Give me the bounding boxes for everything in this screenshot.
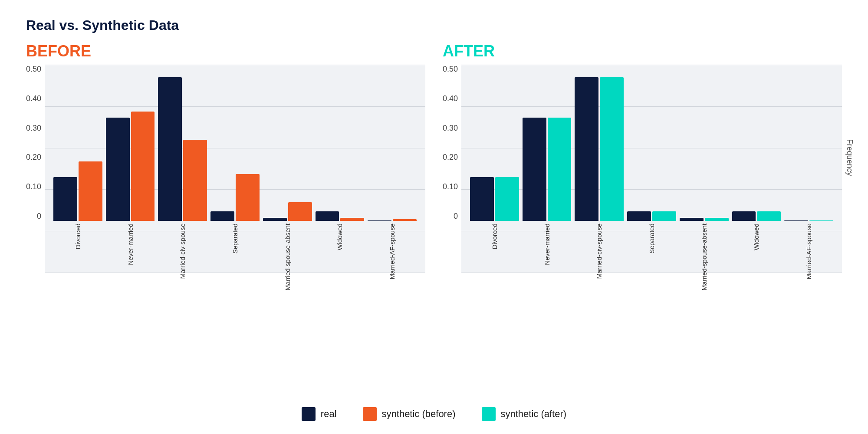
charts-row: BEFORE 0.500.400.300.200.100 Divorc <box>26 42 842 394</box>
x-label-text: Married-spouse-absent <box>700 224 708 290</box>
bar-synthetic <box>757 211 781 221</box>
bar-group <box>680 218 729 221</box>
x-label-text: Married-AF-spouse <box>805 224 812 279</box>
y-axis-label: 0.30 <box>26 124 41 133</box>
x-label-text: Never-married <box>543 224 551 265</box>
bar-synthetic <box>600 77 624 221</box>
before-chart-container: BEFORE 0.500.400.300.200.100 Divorc <box>26 42 425 273</box>
legend-before-label: synthetic (before) <box>382 408 456 420</box>
legend-before: synthetic (before) <box>363 407 456 421</box>
bar-real <box>53 177 77 221</box>
legend-after: synthetic (after) <box>482 407 567 421</box>
x-label-item: Married-AF-spouse <box>784 221 833 273</box>
y-axis-label: 0.30 <box>443 124 458 133</box>
x-label-item: Never-married <box>523 221 572 273</box>
x-label-text: Married-civ-spouse <box>595 224 603 279</box>
bar-synthetic <box>288 202 312 221</box>
bar-real <box>210 211 234 221</box>
bar-real <box>575 77 598 221</box>
bar-real <box>680 218 704 221</box>
y-axis-label: 0 <box>37 212 41 221</box>
x-label-text: Divorced <box>491 224 498 249</box>
y-axis-label: 0.20 <box>26 153 41 162</box>
y-axis-label: 0.20 <box>443 153 458 162</box>
bar-group <box>263 202 312 221</box>
after-chart-plot: DivorcedNever-marriedMarried-civ-spouseS… <box>461 65 842 273</box>
before-bars-area <box>45 65 425 221</box>
y-axis-label: 0.10 <box>443 182 458 191</box>
bar-group <box>316 211 365 221</box>
x-label-item: Divorced <box>470 221 519 273</box>
before-x-labels: DivorcedNever-marriedMarried-civ-spouseS… <box>45 221 425 273</box>
x-label-item: Married-spouse-absent <box>680 221 729 273</box>
after-x-labels: DivorcedNever-marriedMarried-civ-spouseS… <box>461 221 842 273</box>
bar-synthetic <box>183 140 207 221</box>
after-chart-container: AFTER 0.500.400.300.200.100 Divorce <box>443 42 842 273</box>
legend-after-label: synthetic (after) <box>501 408 567 420</box>
bar-real <box>523 118 546 221</box>
before-label: BEFORE <box>26 42 425 60</box>
bar-real <box>316 211 339 221</box>
legend-real: real <box>302 407 337 421</box>
legend-real-swatch <box>302 407 316 421</box>
bar-real <box>627 211 651 221</box>
bar-group <box>158 77 207 221</box>
y-axis-label: 0.10 <box>26 182 41 191</box>
bar-synthetic <box>340 218 364 221</box>
bar-synthetic <box>495 177 519 221</box>
x-label-item: Separated <box>210 221 260 273</box>
bar-real <box>106 118 130 221</box>
x-label-item: Widowed <box>732 221 781 273</box>
bar-synthetic <box>131 112 155 221</box>
before-chart-plot: DivorcedNever-marriedMarried-civ-spouseS… <box>45 65 425 273</box>
after-label: AFTER <box>443 42 842 60</box>
after-bars-area <box>461 65 842 221</box>
x-label-text: Married-AF-spouse <box>388 224 396 279</box>
x-label-text: Widowed <box>753 224 760 250</box>
page: Real vs. Synthetic Data BEFORE 0.500.400… <box>0 0 868 434</box>
x-label-text: Never-married <box>127 224 134 265</box>
bar-synthetic <box>548 118 572 221</box>
bar-group <box>106 112 155 221</box>
before-y-axis: 0.500.400.300.200.100 <box>26 65 45 273</box>
x-label-text: Separated <box>648 224 655 253</box>
bar-group <box>53 161 102 221</box>
y-axis-label: 0.40 <box>26 94 41 103</box>
x-label-item: Widowed <box>316 221 365 273</box>
y-axis-label: 0.40 <box>443 94 458 103</box>
x-label-item: Separated <box>627 221 676 273</box>
x-label-item: Married-civ-spouse <box>575 221 624 273</box>
bar-real <box>470 177 494 221</box>
bar-synthetic <box>79 161 102 221</box>
legend-after-swatch <box>482 407 496 421</box>
x-label-text: Married-spouse-absent <box>284 224 291 290</box>
bar-group <box>575 77 624 221</box>
x-label-item: Married-AF-spouse <box>368 221 417 273</box>
bar-group <box>523 118 572 221</box>
main-title: Real vs. Synthetic Data <box>26 17 842 33</box>
frequency-label: Frequency <box>845 139 854 176</box>
x-label-item: Divorced <box>53 221 102 273</box>
before-chart-area: 0.500.400.300.200.100 DivorcedNever-marr… <box>26 65 425 273</box>
bar-group <box>210 174 260 221</box>
bar-synthetic <box>652 211 676 221</box>
legend: real synthetic (before) synthetic (after… <box>26 394 842 425</box>
y-axis-label: 0.50 <box>443 65 458 74</box>
bar-group <box>470 177 519 221</box>
after-chart-area: 0.500.400.300.200.100 DivorcedNever-marr… <box>443 65 842 273</box>
after-y-axis: 0.500.400.300.200.100 <box>443 65 461 273</box>
x-label-text: Married-civ-spouse <box>179 224 186 279</box>
x-label-item: Married-spouse-absent <box>263 221 312 273</box>
bar-group <box>627 211 676 221</box>
bar-real <box>158 77 182 221</box>
bar-synthetic <box>705 218 729 221</box>
legend-real-label: real <box>321 408 337 420</box>
bar-group <box>732 211 781 221</box>
y-axis-label: 0 <box>454 212 458 221</box>
bar-real <box>263 218 287 221</box>
legend-before-swatch <box>363 407 377 421</box>
x-label-item: Married-civ-spouse <box>158 221 207 273</box>
y-axis-label: 0.50 <box>26 65 41 74</box>
x-label-text: Divorced <box>74 224 82 249</box>
bar-real <box>732 211 756 221</box>
